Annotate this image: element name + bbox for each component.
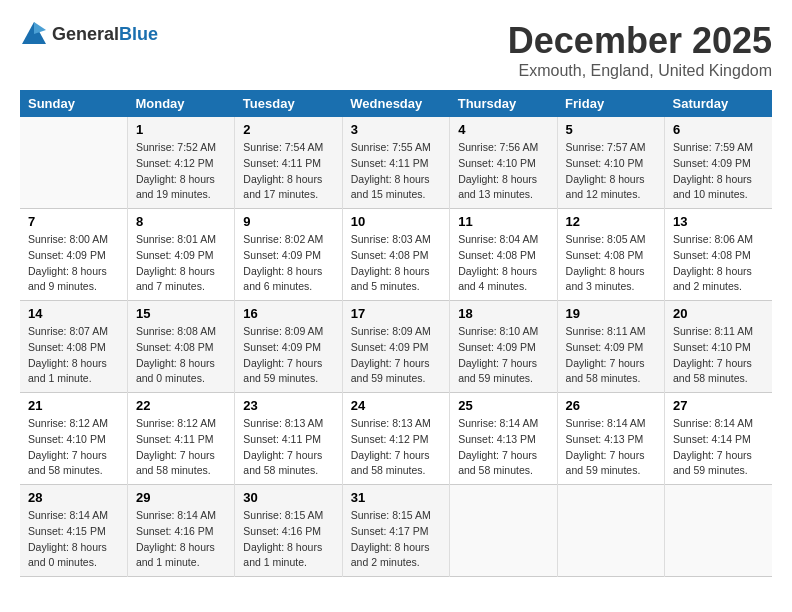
day-info: Sunrise: 7:52 AM Sunset: 4:12 PM Dayligh…: [136, 140, 226, 203]
day-number: 17: [351, 306, 441, 321]
day-info: Sunrise: 7:54 AM Sunset: 4:11 PM Dayligh…: [243, 140, 333, 203]
calendar-cell: [557, 485, 664, 577]
day-number: 27: [673, 398, 764, 413]
day-number: 23: [243, 398, 333, 413]
day-info: Sunrise: 8:08 AM Sunset: 4:08 PM Dayligh…: [136, 324, 226, 387]
day-info: Sunrise: 8:10 AM Sunset: 4:09 PM Dayligh…: [458, 324, 548, 387]
calendar-cell: 20Sunrise: 8:11 AM Sunset: 4:10 PM Dayli…: [665, 301, 772, 393]
day-number: 14: [28, 306, 119, 321]
day-number: 1: [136, 122, 226, 137]
calendar-cell: 6Sunrise: 7:59 AM Sunset: 4:09 PM Daylig…: [665, 117, 772, 209]
calendar-cell: [665, 485, 772, 577]
day-info: Sunrise: 8:13 AM Sunset: 4:12 PM Dayligh…: [351, 416, 441, 479]
day-number: 9: [243, 214, 333, 229]
day-info: Sunrise: 7:56 AM Sunset: 4:10 PM Dayligh…: [458, 140, 548, 203]
calendar-cell: 28Sunrise: 8:14 AM Sunset: 4:15 PM Dayli…: [20, 485, 127, 577]
day-number: 20: [673, 306, 764, 321]
day-info: Sunrise: 8:05 AM Sunset: 4:08 PM Dayligh…: [566, 232, 656, 295]
day-info: Sunrise: 8:15 AM Sunset: 4:17 PM Dayligh…: [351, 508, 441, 571]
calendar-cell: 2Sunrise: 7:54 AM Sunset: 4:11 PM Daylig…: [235, 117, 342, 209]
day-of-week-header: Friday: [557, 90, 664, 117]
day-number: 8: [136, 214, 226, 229]
calendar-week-row: 21Sunrise: 8:12 AM Sunset: 4:10 PM Dayli…: [20, 393, 772, 485]
calendar-cell: [450, 485, 557, 577]
day-info: Sunrise: 8:09 AM Sunset: 4:09 PM Dayligh…: [351, 324, 441, 387]
calendar-cell: 14Sunrise: 8:07 AM Sunset: 4:08 PM Dayli…: [20, 301, 127, 393]
day-number: 2: [243, 122, 333, 137]
day-info: Sunrise: 8:09 AM Sunset: 4:09 PM Dayligh…: [243, 324, 333, 387]
calendar-cell: 26Sunrise: 8:14 AM Sunset: 4:13 PM Dayli…: [557, 393, 664, 485]
day-info: Sunrise: 8:14 AM Sunset: 4:14 PM Dayligh…: [673, 416, 764, 479]
calendar-cell: 27Sunrise: 8:14 AM Sunset: 4:14 PM Dayli…: [665, 393, 772, 485]
calendar-header-row: SundayMondayTuesdayWednesdayThursdayFrid…: [20, 90, 772, 117]
calendar-cell: 18Sunrise: 8:10 AM Sunset: 4:09 PM Dayli…: [450, 301, 557, 393]
day-of-week-header: Thursday: [450, 90, 557, 117]
day-info: Sunrise: 8:06 AM Sunset: 4:08 PM Dayligh…: [673, 232, 764, 295]
day-info: Sunrise: 8:11 AM Sunset: 4:10 PM Dayligh…: [673, 324, 764, 387]
calendar-cell: 21Sunrise: 8:12 AM Sunset: 4:10 PM Dayli…: [20, 393, 127, 485]
calendar-cell: 30Sunrise: 8:15 AM Sunset: 4:16 PM Dayli…: [235, 485, 342, 577]
day-info: Sunrise: 7:55 AM Sunset: 4:11 PM Dayligh…: [351, 140, 441, 203]
calendar-cell: 13Sunrise: 8:06 AM Sunset: 4:08 PM Dayli…: [665, 209, 772, 301]
logo-blue-text: Blue: [119, 24, 158, 44]
calendar-cell: 17Sunrise: 8:09 AM Sunset: 4:09 PM Dayli…: [342, 301, 449, 393]
day-of-week-header: Tuesday: [235, 90, 342, 117]
calendar-cell: 7Sunrise: 8:00 AM Sunset: 4:09 PM Daylig…: [20, 209, 127, 301]
day-info: Sunrise: 8:12 AM Sunset: 4:11 PM Dayligh…: [136, 416, 226, 479]
day-number: 10: [351, 214, 441, 229]
calendar-cell: 25Sunrise: 8:14 AM Sunset: 4:13 PM Dayli…: [450, 393, 557, 485]
day-info: Sunrise: 8:01 AM Sunset: 4:09 PM Dayligh…: [136, 232, 226, 295]
day-of-week-header: Saturday: [665, 90, 772, 117]
location-title: Exmouth, England, United Kingdom: [508, 62, 772, 80]
day-number: 11: [458, 214, 548, 229]
svg-marker-1: [34, 22, 46, 34]
calendar-week-row: 14Sunrise: 8:07 AM Sunset: 4:08 PM Dayli…: [20, 301, 772, 393]
calendar-week-row: 7Sunrise: 8:00 AM Sunset: 4:09 PM Daylig…: [20, 209, 772, 301]
day-number: 24: [351, 398, 441, 413]
calendar-cell: 23Sunrise: 8:13 AM Sunset: 4:11 PM Dayli…: [235, 393, 342, 485]
day-number: 19: [566, 306, 656, 321]
day-number: 31: [351, 490, 441, 505]
day-number: 16: [243, 306, 333, 321]
logo-icon: [20, 20, 48, 48]
day-of-week-header: Monday: [127, 90, 234, 117]
calendar-cell: 29Sunrise: 8:14 AM Sunset: 4:16 PM Dayli…: [127, 485, 234, 577]
day-of-week-header: Wednesday: [342, 90, 449, 117]
day-number: 25: [458, 398, 548, 413]
calendar-week-row: 1Sunrise: 7:52 AM Sunset: 4:12 PM Daylig…: [20, 117, 772, 209]
title-area: December 2025 Exmouth, England, United K…: [508, 20, 772, 80]
day-info: Sunrise: 8:14 AM Sunset: 4:13 PM Dayligh…: [566, 416, 656, 479]
day-number: 22: [136, 398, 226, 413]
day-number: 21: [28, 398, 119, 413]
calendar-week-row: 28Sunrise: 8:14 AM Sunset: 4:15 PM Dayli…: [20, 485, 772, 577]
calendar-cell: 31Sunrise: 8:15 AM Sunset: 4:17 PM Dayli…: [342, 485, 449, 577]
calendar-cell: 5Sunrise: 7:57 AM Sunset: 4:10 PM Daylig…: [557, 117, 664, 209]
day-of-week-header: Sunday: [20, 90, 127, 117]
day-number: 29: [136, 490, 226, 505]
day-info: Sunrise: 8:02 AM Sunset: 4:09 PM Dayligh…: [243, 232, 333, 295]
calendar-cell: 16Sunrise: 8:09 AM Sunset: 4:09 PM Dayli…: [235, 301, 342, 393]
calendar-cell: 1Sunrise: 7:52 AM Sunset: 4:12 PM Daylig…: [127, 117, 234, 209]
day-info: Sunrise: 8:07 AM Sunset: 4:08 PM Dayligh…: [28, 324, 119, 387]
calendar-cell: 10Sunrise: 8:03 AM Sunset: 4:08 PM Dayli…: [342, 209, 449, 301]
day-number: 6: [673, 122, 764, 137]
day-info: Sunrise: 8:03 AM Sunset: 4:08 PM Dayligh…: [351, 232, 441, 295]
day-number: 13: [673, 214, 764, 229]
day-info: Sunrise: 8:15 AM Sunset: 4:16 PM Dayligh…: [243, 508, 333, 571]
calendar-cell: 11Sunrise: 8:04 AM Sunset: 4:08 PM Dayli…: [450, 209, 557, 301]
day-number: 3: [351, 122, 441, 137]
calendar-table: SundayMondayTuesdayWednesdayThursdayFrid…: [20, 90, 772, 577]
day-info: Sunrise: 8:14 AM Sunset: 4:13 PM Dayligh…: [458, 416, 548, 479]
calendar-cell: 9Sunrise: 8:02 AM Sunset: 4:09 PM Daylig…: [235, 209, 342, 301]
calendar-cell: 22Sunrise: 8:12 AM Sunset: 4:11 PM Dayli…: [127, 393, 234, 485]
calendar-cell: 3Sunrise: 7:55 AM Sunset: 4:11 PM Daylig…: [342, 117, 449, 209]
day-info: Sunrise: 7:59 AM Sunset: 4:09 PM Dayligh…: [673, 140, 764, 203]
day-number: 26: [566, 398, 656, 413]
day-number: 7: [28, 214, 119, 229]
page-header: GeneralBlue December 2025 Exmouth, Engla…: [20, 20, 772, 80]
day-number: 15: [136, 306, 226, 321]
calendar-cell: 4Sunrise: 7:56 AM Sunset: 4:10 PM Daylig…: [450, 117, 557, 209]
month-title: December 2025: [508, 20, 772, 62]
day-info: Sunrise: 7:57 AM Sunset: 4:10 PM Dayligh…: [566, 140, 656, 203]
day-info: Sunrise: 8:14 AM Sunset: 4:16 PM Dayligh…: [136, 508, 226, 571]
